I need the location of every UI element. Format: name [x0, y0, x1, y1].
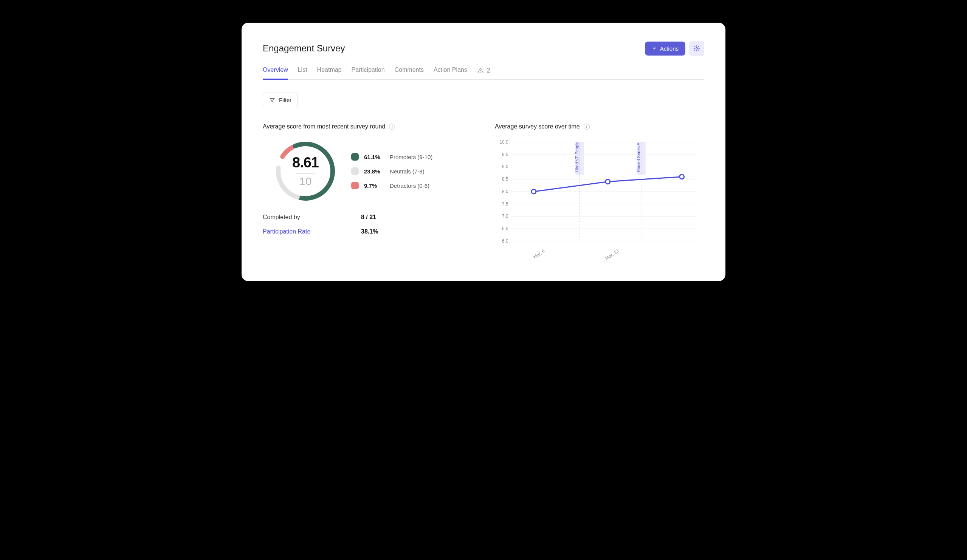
svg-text:9.5: 9.5 — [502, 152, 508, 157]
neutrals-pct: 23.8% — [364, 168, 384, 175]
completed-label: Completed by — [263, 214, 361, 221]
score-divider — [296, 173, 315, 173]
trend-panel-title-text: Average survey score over time — [495, 123, 580, 130]
svg-text:7.0: 7.0 — [502, 214, 508, 219]
svg-point-0 — [696, 48, 698, 49]
tab-action-plans[interactable]: Action Plans — [434, 66, 467, 80]
score-breakdown: 61.1% Promoters (9-10) 23.8% Neutrals (7… — [351, 153, 432, 189]
score-row: 8.61 10 61.1% Promoters (9-10) 23.8% N — [273, 139, 472, 203]
page-title: Engagement Survey — [263, 43, 345, 54]
svg-text:Raised Series A: Raised Series A — [636, 142, 641, 172]
tab-warning-indicator[interactable]: 2 — [477, 67, 490, 79]
warning-icon — [477, 67, 484, 74]
promoters-chip — [351, 153, 359, 161]
svg-text:7.5: 7.5 — [502, 201, 508, 207]
line-chart: 10.09.59.08.58.07.57.06.56.0Hired VP Peo… — [495, 139, 704, 260]
svg-text:9.0: 9.0 — [502, 164, 508, 169]
gear-icon — [693, 45, 700, 52]
breakdown-detractors: 9.7% Detractors (0-6) — [351, 182, 432, 189]
info-icon[interactable]: i — [584, 124, 590, 130]
filter-label: Filter — [279, 97, 292, 103]
filter-button[interactable]: Filter — [263, 92, 298, 107]
svg-text:Hired VP People: Hired VP People — [574, 141, 579, 172]
promoters-label: Promoters (9-10) — [390, 154, 432, 160]
svg-point-32 — [680, 175, 684, 179]
neutrals-label: Neutrals (7-8) — [390, 168, 424, 175]
svg-text:6.0: 6.0 — [502, 239, 508, 244]
trend-panel: Average survey score over time i 10.09.5… — [495, 123, 704, 260]
score-value: 8.61 — [292, 155, 318, 171]
filter-icon — [269, 97, 275, 103]
promoters-pct: 61.1% — [364, 154, 384, 160]
warning-count: 2 — [487, 67, 490, 74]
actions-button[interactable]: Actions — [645, 41, 685, 56]
actions-label: Actions — [660, 45, 678, 52]
score-panel: Average score from most recent survey ro… — [263, 123, 472, 260]
svg-text:10.0: 10.0 — [500, 140, 508, 145]
breakdown-promoters: 61.1% Promoters (9-10) — [351, 153, 432, 161]
info-icon[interactable]: i — [389, 124, 395, 130]
dashboard-card: Engagement Survey Actions Overview List … — [242, 23, 725, 281]
svg-point-30 — [531, 189, 536, 194]
tab-list[interactable]: List — [298, 66, 307, 80]
svg-point-2 — [480, 72, 481, 72]
svg-text:Mar, 13: Mar, 13 — [604, 248, 620, 260]
completed-value: 8 / 21 — [361, 214, 376, 221]
score-panel-title: Average score from most recent survey ro… — [263, 123, 472, 130]
settings-button[interactable] — [689, 41, 704, 56]
score-denominator: 10 — [299, 175, 312, 188]
participation-rate-link[interactable]: Participation Rate — [263, 228, 361, 235]
score-panel-title-text: Average score from most recent survey ro… — [263, 123, 385, 130]
stats: Completed by 8 / 21 Participation Rate 3… — [263, 214, 472, 235]
content: Average score from most recent survey ro… — [263, 123, 704, 260]
stat-participation: Participation Rate 38.1% — [263, 228, 472, 235]
participation-value: 38.1% — [361, 228, 378, 235]
chevron-down-icon — [652, 46, 657, 51]
tab-overview[interactable]: Overview — [263, 66, 288, 80]
tab-participation[interactable]: Participation — [351, 66, 385, 80]
header-actions: Actions — [645, 41, 704, 56]
stat-completed: Completed by 8 / 21 — [263, 214, 472, 221]
tabs: Overview List Heatmap Participation Comm… — [263, 66, 704, 80]
neutrals-chip — [351, 167, 359, 175]
detractors-label: Detractors (0-6) — [390, 183, 429, 189]
svg-text:8.5: 8.5 — [502, 176, 508, 182]
breakdown-neutrals: 23.8% Neutrals (7-8) — [351, 167, 432, 175]
svg-text:6.5: 6.5 — [502, 226, 508, 231]
tab-comments[interactable]: Comments — [394, 66, 424, 80]
header: Engagement Survey Actions — [263, 41, 704, 56]
tab-heatmap[interactable]: Heatmap — [317, 66, 342, 80]
svg-text:8.0: 8.0 — [502, 189, 508, 194]
donut-chart: 8.61 10 — [273, 139, 338, 203]
svg-point-31 — [606, 180, 610, 184]
detractors-chip — [351, 182, 359, 189]
detractors-pct: 9.7% — [364, 183, 384, 189]
trend-panel-title: Average survey score over time i — [495, 123, 704, 130]
donut-center: 8.61 10 — [273, 139, 338, 203]
svg-text:Mar, 6: Mar, 6 — [532, 248, 546, 260]
